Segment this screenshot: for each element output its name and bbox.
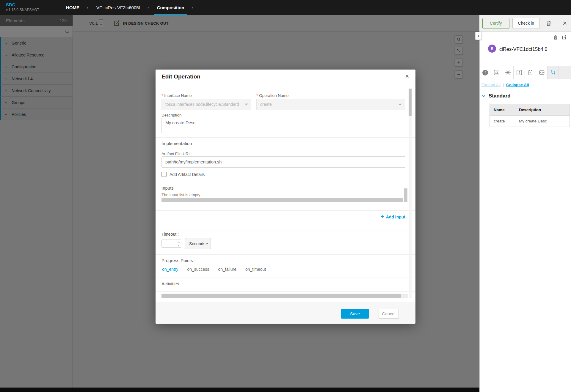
sdc-logo: SDC v.1.15.0-SNAPSHOT (6, 2, 39, 12)
artifacts-icon (494, 70, 500, 75)
delete-component-trash-icon[interactable] (546, 20, 552, 26)
breadcrumb-home[interactable]: HOME (63, 0, 82, 15)
tab-information[interactable] (514, 66, 525, 79)
tab-requirements[interactable] (525, 66, 536, 79)
edit-instance-icon[interactable] (562, 35, 567, 41)
chevron-down-icon (482, 94, 485, 97)
divider (156, 231, 415, 231)
required-marker: * (256, 93, 258, 98)
tab-on-success[interactable]: on_success (186, 267, 210, 274)
component-detail-panel: R ciRes-VFC1dcf15b4 0 i (479, 32, 571, 392)
breadcrumb-separator-icon: ▸ (187, 0, 198, 15)
breadcrumb-vf[interactable]: VF: ciRes-VF2fc6005f (93, 0, 143, 15)
certify-button[interactable]: Certify (482, 18, 509, 29)
modal-footer: Save Cancel (156, 302, 415, 324)
table-header-row: Name Description (490, 104, 570, 116)
information-icon (516, 70, 522, 75)
progress-points-heading: Progress Points (161, 258, 193, 263)
implementation-heading: Implementation (161, 141, 192, 146)
timeout-label: Timeout : (161, 232, 179, 237)
operations-icon (550, 70, 556, 75)
chevron-down-icon (245, 103, 248, 106)
divider (156, 291, 415, 292)
delete-instance-trash-icon[interactable] (553, 35, 558, 41)
divider (156, 278, 415, 278)
operation-name-select[interactable]: create (256, 99, 405, 110)
panel-collapse-button[interactable]: › (475, 32, 482, 40)
breadcrumb: HOME ▸ VF: ciRes-VF2fc6005f ▸ Compositio… (63, 0, 198, 15)
breadcrumb-separator-icon: ▸ (143, 0, 154, 15)
divider (156, 254, 415, 255)
chevron-down-icon (206, 242, 208, 244)
inputs-horizontal-scrollbar[interactable] (161, 198, 403, 202)
description-textarea[interactable]: My create Desc (161, 118, 405, 133)
timeout-unit-select[interactable]: Seconds (185, 238, 211, 249)
modal-vertical-scrollbar[interactable] (409, 89, 412, 298)
collapse-all-link[interactable]: Collapse All (506, 83, 529, 87)
expand-collapse-links: Expand All | Collapse All (481, 83, 529, 87)
modal-title: Edit Operation (161, 73, 200, 80)
scrollbar-thumb[interactable] (161, 294, 401, 298)
check-in-button[interactable]: Check in (512, 18, 540, 29)
tab-on-entry[interactable]: on_entry (161, 267, 179, 274)
clipboard-icon (528, 70, 533, 75)
scrollbar-thumb[interactable] (409, 89, 412, 116)
breadcrumb-separator-icon: ▸ (82, 0, 93, 15)
expand-all-link[interactable]: Expand All (481, 83, 501, 87)
component-avatar: R (488, 45, 496, 53)
checkbox-label: Add Artifact Details (170, 172, 205, 177)
column-header-description: Description (515, 104, 570, 116)
activities-heading: Activities (161, 281, 179, 286)
close-composition-icon[interactable]: × (563, 19, 567, 27)
component-title: ciRes-VFC1dcf15b4 0 (499, 46, 547, 52)
divider (156, 137, 415, 138)
operations-table: Name Description create My create Desc (490, 104, 570, 127)
operation-description-cell[interactable]: My create Desc (515, 116, 570, 127)
info-icon: i (482, 70, 488, 75)
chevron-down-icon (399, 103, 402, 106)
column-header-name: Name (490, 104, 515, 116)
divider (156, 182, 415, 182)
tab-operations[interactable] (548, 66, 559, 79)
section-title: Standard (489, 93, 511, 99)
tab-info[interactable]: i (480, 66, 491, 79)
artifact-uri-label: Artifact File URI (161, 152, 190, 156)
breadcrumb-composition[interactable]: Composition (154, 0, 187, 15)
required-marker: * (161, 93, 163, 98)
gear-icon (505, 70, 511, 75)
app-header: SDC v.1.15.0-SNAPSHOT HOME ▸ VF: ciRes-V… (0, 0, 571, 15)
tab-on-timeout[interactable]: on_timeout (245, 267, 266, 274)
toolbar-divider (557, 18, 557, 28)
tab-on-failure[interactable]: on_failure (217, 267, 237, 274)
artifact-uri-input[interactable] (161, 156, 405, 168)
stepper-arrows-icon[interactable] (178, 242, 179, 245)
add-input-button[interactable]: + Add Input (381, 213, 405, 220)
operation-name-label: *Operation Name (256, 93, 288, 98)
tab-deployment[interactable] (536, 66, 548, 79)
modal-horizontal-scrollbar[interactable] (161, 294, 408, 298)
modal-close-icon[interactable]: × (405, 73, 409, 80)
standard-section-header[interactable]: Standard (483, 93, 511, 99)
add-artifact-details-checkbox[interactable]: Add Artifact Details (161, 172, 205, 177)
description-label: Description (161, 113, 182, 117)
logo-title: SDC (6, 2, 39, 8)
tabstrip-filler (559, 66, 571, 79)
progress-points-tabs: on_entry on_success on_failure on_timeou… (161, 267, 266, 274)
logo-version: v.1.15.0-SNAPSHOT (6, 8, 39, 12)
inputs-vertical-scrollbar[interactable] (404, 188, 407, 202)
interface-name-select[interactable]: tosca.interfaces.node.lifecycle.Standard (161, 99, 251, 110)
checkbox-box[interactable] (161, 172, 167, 177)
inputs-empty-text: The input list is empty (161, 193, 200, 197)
tab-artifacts[interactable] (491, 66, 502, 79)
operation-name-cell[interactable]: create (490, 116, 515, 127)
divider (156, 210, 415, 211)
inputs-heading: Inputs (161, 185, 174, 191)
tab-properties[interactable] (502, 66, 514, 79)
cancel-button[interactable]: Cancel (379, 309, 399, 319)
plus-icon: + (381, 213, 384, 220)
inbox-icon (539, 70, 545, 75)
table-row[interactable]: create My create Desc (490, 116, 570, 127)
save-button[interactable]: Save (341, 309, 369, 319)
detail-tabstrip: i (480, 66, 571, 79)
timeout-stepper[interactable] (161, 240, 181, 248)
